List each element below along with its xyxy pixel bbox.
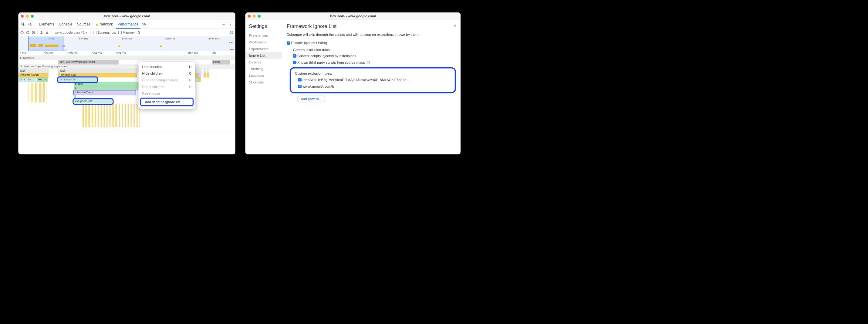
custom-rule-2[interactable]: www\.google\.com\b (298, 85, 451, 89)
page-title: Framework Ignore List (287, 24, 456, 29)
sidebar-shortcuts[interactable]: Shortcuts (249, 79, 282, 86)
upload-icon[interactable] (40, 31, 43, 34)
help-icon[interactable]: ? (367, 61, 370, 64)
ctx-hide-function[interactable]: Hide functionH (138, 64, 195, 70)
svg-line-6 (32, 32, 34, 33)
inspect-icon[interactable] (20, 22, 26, 27)
bar-run[interactable]: Ru…s (37, 77, 48, 82)
bar-on-ignore-list[interactable]: On ignore list (59, 77, 97, 82)
tab-network[interactable]: ▲Network (93, 22, 115, 26)
gc-icon[interactable] (137, 31, 141, 34)
collapse-icon: ▼ (20, 65, 23, 68)
custom-rules-highlight: Custom exclusion rules: /ee=ALeJib:B8gLw… (290, 67, 456, 93)
screenshots-checkbox[interactable]: Screenshots (93, 31, 116, 35)
overview-timeline[interactable]: 4 ms 994 ms 1494 ms 1994 ms 2494 ms CPU … (19, 36, 236, 51)
net-strip (19, 49, 228, 51)
tab-performance[interactable]: Performance (116, 20, 140, 29)
add-pattern-button[interactable]: Add pattern... (297, 96, 326, 102)
bar-task[interactable]: Task (19, 69, 49, 73)
custom-rules-label: Custom exclusion rules: (295, 72, 451, 75)
context-menu: Hide functionH Hide childrenC Hide repea… (138, 62, 195, 108)
rule-content-scripts[interactable]: Content scripts injected by extensions (293, 54, 456, 58)
bar-fn[interactable] (207, 73, 209, 77)
rule-third-party[interactable]: Known third-party scripts from source ma… (293, 61, 456, 65)
titlebar[interactable]: DevTools - www.google.com/ (19, 12, 236, 20)
download-icon[interactable] (45, 31, 49, 34)
bar-handle-event[interactable]: z.handleEvent (74, 90, 136, 95)
custom-rule-1[interactable]: /ee=ALeJib:B8gLwd;AfeaP:TkrAjf;Afksuc:wM… (298, 78, 451, 82)
sidebar-experiments[interactable]: Experiments (249, 45, 282, 52)
ctx-reset-children: Reset childrenU (138, 84, 195, 90)
chevron-down-icon: ▾ (86, 30, 87, 34)
recording-dropdown[interactable]: www.google.com #1 ▾ (54, 30, 88, 35)
bar-task[interactable] (207, 69, 209, 73)
settings-heading: Settings (249, 24, 282, 29)
general-rules-label: General exclusion rules: (293, 48, 456, 52)
network-item-2[interactable]: client_ (212, 60, 230, 64)
sidebar-devices[interactable]: Devices (249, 59, 282, 66)
bar-fn[interactable] (198, 73, 201, 77)
window-title: DevTools - www.google.com/ (19, 14, 236, 18)
ctx-add-to-ignore[interactable]: Add script to ignore list (140, 98, 193, 106)
window-title: DevTools - www.google.com/ (245, 14, 461, 18)
flame-icicles (82, 104, 141, 127)
bar-task[interactable] (204, 69, 206, 73)
svg-point-4 (21, 31, 23, 34)
bar-fn[interactable] (198, 77, 200, 82)
close-icon[interactable]: ✕ (453, 23, 457, 28)
enable-ignore-listing-checkbox[interactable]: Enable Ignore Listing (287, 41, 456, 45)
cpu-label: CPU (229, 41, 234, 44)
titlebar[interactable]: DevTools - www.google.com/ (245, 12, 461, 20)
tab-elements[interactable]: Elements (37, 22, 56, 26)
tab-sources[interactable]: Sources (75, 22, 92, 26)
bottom-tabs: Summary Bottom-Up Call Tree Event Log (19, 153, 236, 154)
ctx-reset-trace: Reset trace (138, 90, 195, 97)
more-tabs-icon[interactable]: ≫ (142, 22, 147, 27)
ctx-hide-repeating: Hide repeating childrenR (138, 77, 195, 84)
reload-icon[interactable] (26, 31, 29, 34)
gear-icon[interactable] (221, 22, 227, 27)
track-main[interactable]: ▼Main — https://www.google.com/ (19, 64, 236, 69)
capture-settings-icon[interactable] (230, 31, 233, 34)
ctx-hide-children[interactable]: Hide childrenC (138, 70, 195, 77)
sidebar-ignore-list[interactable]: Ignore List (245, 52, 282, 59)
flame-ticks: 9 ms 324 ms 329 ms 334 ms 339 ms 359 ms … (19, 51, 236, 56)
bar-function-call[interactable]: Function Call (59, 73, 137, 77)
sidebar-locations[interactable]: Locations (249, 72, 282, 79)
sidebar-preferences[interactable]: Preferences (249, 32, 282, 39)
collapse-icon: ▶ (20, 56, 22, 60)
network-item[interactable]: gen_204 (www.google.com) (59, 60, 119, 64)
device-toggle-icon[interactable] (27, 22, 32, 27)
flame-icicles (29, 83, 47, 102)
settings-sidebar: Settings Preferences Workspace Experimen… (245, 20, 282, 154)
kebab-icon[interactable]: ⋮ (228, 22, 233, 27)
bar-fn[interactable] (204, 73, 206, 77)
net-label: NET (230, 48, 234, 51)
page-description: Debugger will skip through the scripts a… (287, 32, 456, 37)
svg-point-3 (224, 24, 224, 25)
devtools-window-performance: DevTools - www.google.com/ Elements Cons… (19, 12, 236, 154)
track-network[interactable]: ▶Network (19, 56, 236, 60)
bar-evaluate-script[interactable]: Evaluate Script (19, 73, 49, 77)
bar-on-ignore-list[interactable]: On ignore list (74, 99, 112, 103)
devtools-window-settings: DevTools - www.google.com/ Settings Pref… (245, 12, 461, 154)
sidebar-workspace[interactable]: Workspace (249, 39, 282, 45)
settings-main: ✕ Framework Ignore List Debugger will sk… (282, 20, 461, 154)
cpu-strip (19, 44, 228, 47)
flame-chart[interactable]: 9 ms 324 ms 329 ms 334 ms 339 ms 359 ms … (19, 51, 236, 131)
memory-checkbox[interactable]: Memory (118, 31, 135, 35)
warning-icon: ▲ (95, 22, 99, 26)
bar-fn[interactable] (74, 95, 76, 99)
tabbar: Elements Console Sources ▲Network Perfor… (19, 20, 236, 29)
tab-console[interactable]: Console (57, 22, 74, 26)
clear-icon[interactable] (32, 31, 35, 34)
bar-on-ignore-list[interactable]: On i…list (19, 77, 36, 82)
perf-toolbar: www.google.com #1 ▾ Screenshots Memory (19, 29, 236, 36)
svg-point-7 (231, 32, 232, 33)
record-icon[interactable] (20, 31, 24, 34)
sidebar-throttling[interactable]: Throttling (249, 66, 282, 72)
